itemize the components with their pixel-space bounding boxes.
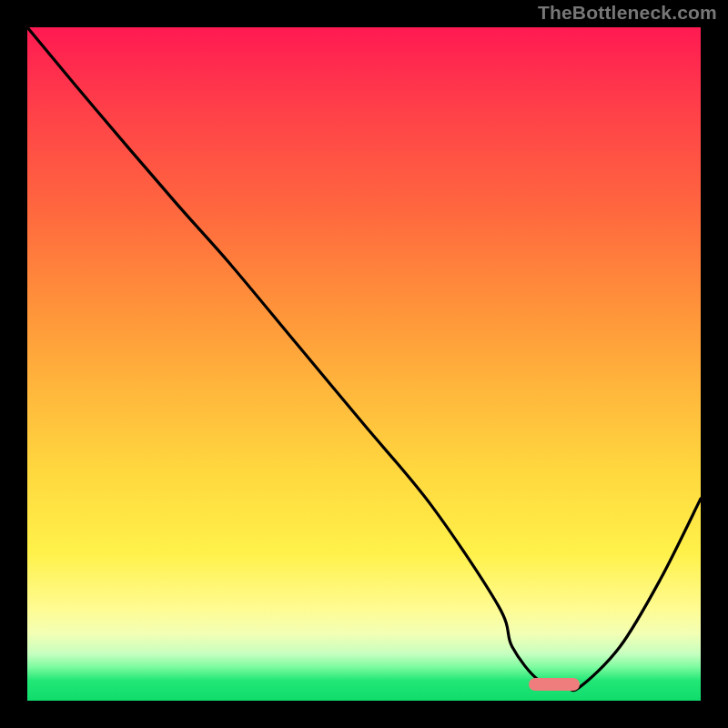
plot-area <box>27 27 701 701</box>
watermark-text: TheBottleneck.com <box>538 2 717 24</box>
bottleneck-curve <box>27 27 701 691</box>
bottleneck-curve-svg <box>27 27 701 701</box>
optimal-marker <box>529 678 580 691</box>
chart-container: TheBottleneck.com <box>0 0 728 728</box>
